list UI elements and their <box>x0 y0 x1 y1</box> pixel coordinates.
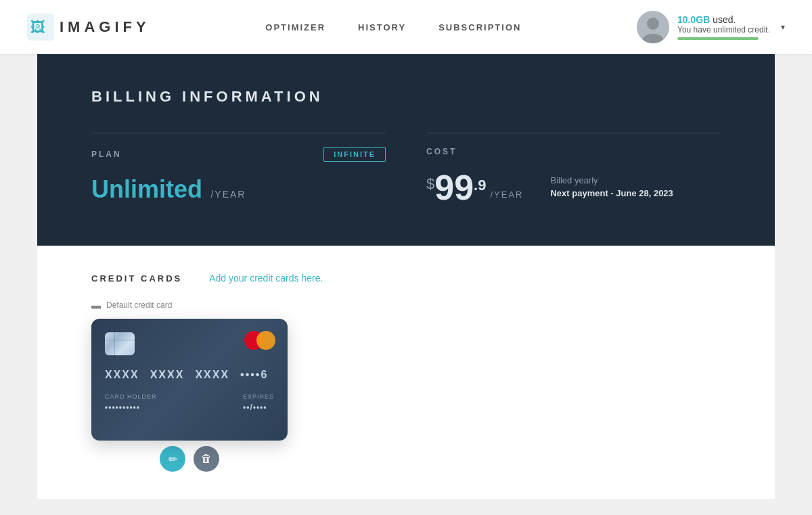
plan-name: Unlimited <box>91 175 202 203</box>
cc-edit-button[interactable]: ✏ <box>160 446 185 472</box>
plan-label: PLAN INFINITE <box>91 147 386 162</box>
cost-decimal: .9 <box>474 177 486 194</box>
cc-expires-section: EXPIRES ••/•••• <box>243 393 274 412</box>
cc-chip <box>105 332 135 355</box>
usage-amount: 10.0GB <box>677 14 710 25</box>
svg-point-3 <box>647 18 659 30</box>
cc-group-2: XXXX <box>150 369 185 381</box>
billing-plan: PLAN INFINITE Unlimited /YEAR <box>91 133 386 205</box>
cc-actions: ✏ 🗑 <box>91 446 288 472</box>
billing-section: BILLING INFORMATION PLAN INFINITE Unlimi… <box>37 54 775 246</box>
svg-text:🖼: 🖼 <box>30 19 45 36</box>
usage-label: used. <box>710 14 736 25</box>
cc-expires-label: EXPIRES <box>243 393 274 400</box>
logo[interactable]: 🖼 IMAGIFY <box>27 14 150 41</box>
infinite-badge: INFINITE <box>323 147 386 162</box>
cc-group-3: XXXX <box>195 369 229 381</box>
logo-icon: 🖼 <box>27 14 54 41</box>
cc-holder-section: CARD HOLDER •••••••••• <box>105 393 157 412</box>
logo-text: IMAGIFY <box>60 18 150 36</box>
plan-name-row: Unlimited /YEAR <box>91 175 386 204</box>
progress-bar-fill <box>677 37 759 40</box>
cost-label: COST <box>426 147 721 156</box>
cost-period: /YEAR <box>490 189 523 200</box>
avatar <box>637 11 669 43</box>
main-nav: OPTIMIZER HISTORY SUBSCRIPTION <box>265 22 521 32</box>
cc-bottom: CARD HOLDER •••••••••• EXPIRES ••/•••• <box>105 393 274 412</box>
credit-text: You have unlimited credit. <box>677 25 770 35</box>
credit-card-icon: ▬ <box>91 300 101 311</box>
progress-bar-container <box>677 37 759 40</box>
dropdown-arrow-icon[interactable]: ▾ <box>781 22 785 32</box>
cc-holder-label: CARD HOLDER <box>105 393 157 400</box>
cc-add-link[interactable]: Add your credit cards here. <box>209 273 323 284</box>
cc-default-label: ▬ Default credit card <box>91 300 721 311</box>
cost-amount: $ 99 .9 /YEAR <box>426 170 523 205</box>
billed-yearly: Billed yearly <box>550 175 673 185</box>
user-section[interactable]: 10.0GB used. You have unlimited credit. … <box>637 11 785 43</box>
cc-holder-value: •••••••••• <box>105 403 157 412</box>
billing-grid: PLAN INFINITE Unlimited /YEAR COST $ 99 <box>91 133 721 205</box>
credit-cards-section: CREDIT CARDS Add your credit cards here.… <box>37 246 775 499</box>
cc-header: CREDIT CARDS Add your credit cards here. <box>91 273 721 284</box>
cc-group-4: ••••6 <box>240 369 268 381</box>
cost-dollar: $ <box>426 175 434 193</box>
cost-main: 99 <box>434 170 474 205</box>
billing-title: BILLING INFORMATION <box>91 88 721 106</box>
nav-history[interactable]: HISTORY <box>358 22 406 32</box>
cc-card-wrapper: XXXX XXXX XXXX ••••6 CARD HOLDER •••••••… <box>91 319 288 472</box>
page-content: BILLING INFORMATION PLAN INFINITE Unlimi… <box>0 54 812 499</box>
cost-details: Billed yearly Next payment - June 28, 20… <box>550 175 673 198</box>
billing-cost: COST $ 99 .9 /YEAR Billed yearly Next pa… <box>426 133 721 205</box>
mastercard-logo <box>244 331 275 350</box>
user-usage: 10.0GB used. <box>677 14 770 25</box>
cc-expires-value: ••/•••• <box>243 403 274 412</box>
user-info: 10.0GB used. You have unlimited credit. <box>677 14 770 40</box>
nav-optimizer[interactable]: OPTIMIZER <box>265 22 325 32</box>
cc-delete-button[interactable]: 🗑 <box>194 446 219 472</box>
cc-card: XXXX XXXX XXXX ••••6 CARD HOLDER •••••••… <box>91 319 288 441</box>
mc-circle-yellow <box>256 331 275 350</box>
header: 🖼 IMAGIFY OPTIMIZER HISTORY SUBSCRIPTION… <box>0 0 812 54</box>
nav-subscription[interactable]: SUBSCRIPTION <box>438 22 521 32</box>
cc-number: XXXX XXXX XXXX ••••6 <box>105 369 274 381</box>
plan-period: /YEAR <box>210 189 246 200</box>
next-payment: Next payment - June 28, 2023 <box>550 188 673 198</box>
cc-title: CREDIT CARDS <box>91 273 182 284</box>
cc-group-1: XXXX <box>105 369 139 381</box>
